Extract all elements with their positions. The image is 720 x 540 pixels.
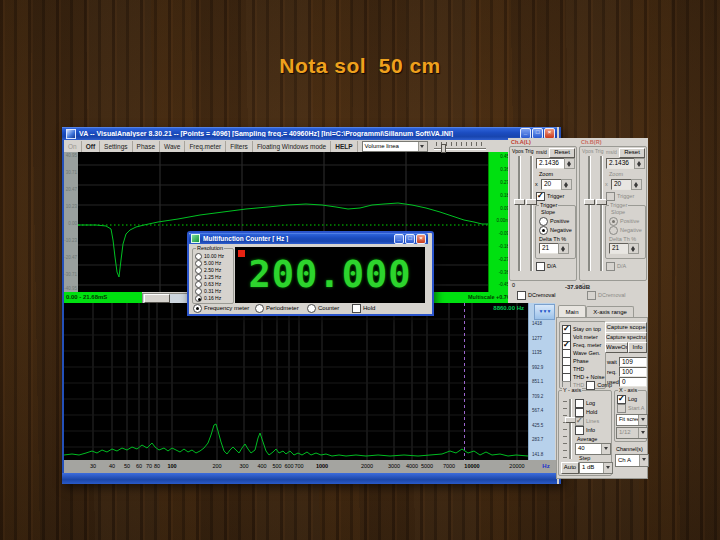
ratio-select[interactable]: 1/12 (616, 427, 648, 439)
y-lines-checkbox[interactable] (575, 417, 584, 426)
hold-checkbox[interactable] (352, 304, 361, 313)
spectrum-screen[interactable] (64, 303, 528, 460)
amp-scale-tick: 1418 (532, 321, 542, 326)
menu-item-settings[interactable]: Settings (100, 141, 133, 152)
scope-controls-panel: Ch.A(L) Ch.B(R) Vpos Trig ms/d Reset 2.1… (508, 138, 648, 303)
counter-minimize-button[interactable]: _ (394, 234, 404, 244)
frequency-meter-mode-row: Frequency meter (193, 304, 249, 312)
menu-item-freqmeter[interactable]: Freq.meter (185, 141, 226, 152)
vpos-slider-b[interactable] (588, 156, 590, 271)
dropdown-arrow-icon[interactable] (601, 444, 610, 454)
window-titlebar[interactable]: VA -- VisualAnalyser 8.30.21 -- [Points … (62, 127, 557, 140)
x-tick: 300 (239, 463, 248, 469)
counter-titlebar[interactable]: Multifunction Counter [ Hz ] _ □ × (189, 233, 428, 244)
x-tick: 500 (272, 463, 281, 469)
scrollbar-thumb[interactable] (144, 294, 170, 303)
counter-mode-radio[interactable] (307, 304, 316, 313)
resolution-radio-0-31[interactable] (195, 288, 202, 295)
volume-slider-thumb[interactable] (441, 144, 446, 153)
step-select[interactable]: 1 dB (579, 462, 613, 474)
menu-item-wave[interactable]: Wave (160, 141, 185, 152)
msd-value-field-b[interactable]: 2.1436 (606, 158, 637, 169)
msd-value-field[interactable]: 2.1436 (536, 158, 567, 169)
delta-th-spinner-b[interactable] (628, 243, 639, 254)
menu-item-filters[interactable]: Filters (226, 141, 253, 152)
average-select[interactable]: 40 (575, 443, 611, 455)
vpos-slider-thumb[interactable] (514, 199, 525, 205)
y-log-checkbox[interactable] (575, 399, 584, 408)
zoom-spinner[interactable] (561, 179, 572, 190)
resolution-radio-2-5[interactable] (195, 267, 202, 274)
y-info-checkbox[interactable] (575, 426, 584, 435)
x-start-checkbox[interactable] (617, 404, 626, 413)
menu-item-help[interactable]: HELP (331, 141, 357, 152)
msd-spinner-b[interactable] (634, 158, 645, 169)
frequency-meter-radio[interactable] (193, 304, 202, 313)
slope-label: Slope (541, 209, 555, 215)
reset-button[interactable]: Reset (549, 148, 575, 158)
negative-radio[interactable] (539, 226, 548, 235)
dropdown-arrow-icon[interactable] (418, 142, 427, 151)
dropdown-arrow-icon[interactable] (639, 455, 648, 466)
counter-value: 200.000 (235, 247, 425, 303)
trigger-checkbox[interactable] (536, 192, 545, 201)
msd-spinner[interactable] (564, 158, 575, 169)
dropdown-arrow-icon[interactable] (603, 463, 612, 473)
scope-y-axis: 40.95 30.71 20.47 10.23 0.00 -10.23 -20.… (64, 152, 78, 292)
positive-radio[interactable] (539, 217, 548, 226)
menu-item-off[interactable]: Off (82, 141, 100, 152)
menu-item-on[interactable]: On (64, 141, 82, 152)
fit-screen-select[interactable]: Fit screen (616, 414, 648, 426)
trigger-checkbox-b[interactable] (606, 192, 615, 201)
da-checkbox[interactable] (536, 262, 545, 271)
used-field[interactable]: 0 (619, 377, 647, 387)
positive-radio-b[interactable] (609, 217, 618, 226)
menu-item-phase[interactable]: Phase (133, 141, 160, 152)
zoom-spinner-b[interactable] (631, 179, 642, 190)
wait-field[interactable]: 109 (619, 357, 647, 367)
resolution-radio-10[interactable] (195, 253, 202, 260)
volume-mode-select[interactable]: Volume linea (362, 141, 428, 152)
meters-group: Stay on top Volt meter Freq. meter Wave … (559, 321, 606, 389)
req-field[interactable]: 100 (619, 367, 647, 377)
y-axis-slider[interactable] (569, 399, 571, 459)
dropdown-arrow-icon[interactable] (638, 415, 647, 425)
dropdown-arrow-icon[interactable] (638, 428, 647, 438)
counter-close-button[interactable]: × (416, 234, 426, 244)
positive-radio-row-b: Positive (609, 217, 639, 225)
resolution-radio-5[interactable] (195, 260, 202, 267)
req-label: req. (607, 369, 616, 375)
dc-removal-checkbox-a[interactable] (517, 291, 526, 300)
scope-y-tick: 40.95 (66, 153, 77, 158)
auto-button[interactable]: Auto (561, 462, 579, 474)
vpos-slider[interactable] (518, 156, 520, 271)
negative-radio-b[interactable] (609, 226, 618, 235)
volume-slider[interactable] (434, 142, 486, 151)
scope-y-tick: -30.71 (64, 272, 77, 277)
trig-slider[interactable] (530, 156, 532, 271)
comp-checkbox[interactable] (586, 381, 595, 390)
y-axis-group: Y - axis Log Hold Lines Info Average 40 … (558, 390, 612, 476)
dc-removal-checkbox-b[interactable] (587, 291, 596, 300)
trig-slider-b[interactable] (600, 156, 602, 271)
resolution-radio-0-16[interactable] (195, 295, 202, 302)
vpos-slider-thumb-b[interactable] (584, 199, 595, 205)
counter-maximize-button[interactable]: □ (405, 234, 415, 244)
channel-select[interactable]: Ch A (615, 454, 649, 467)
da-checkbox-b[interactable] (606, 262, 615, 271)
reset-button-b[interactable]: Reset (619, 148, 645, 158)
resolution-radio-0-63[interactable] (195, 281, 202, 288)
info-button[interactable]: Info (628, 342, 647, 353)
spectrum-cursor-line[interactable] (464, 303, 465, 460)
delta-th-spinner[interactable] (558, 243, 569, 254)
x-tick: 20000 (509, 463, 524, 469)
x-tick: 40 (109, 463, 115, 469)
wave-on-button[interactable]: WaveOn (605, 342, 628, 353)
resolution-radio-1-25[interactable] (195, 274, 202, 281)
resolution-option-row: 1.25 Hz (195, 274, 221, 280)
x-tick: 1000 (316, 463, 328, 469)
x-log-checkbox[interactable] (617, 395, 626, 404)
y-axis-title: Y - axis (562, 387, 582, 394)
periodmeter-radio[interactable] (255, 304, 264, 313)
menu-item-floating-windows[interactable]: Floating Windows mode (253, 141, 331, 152)
